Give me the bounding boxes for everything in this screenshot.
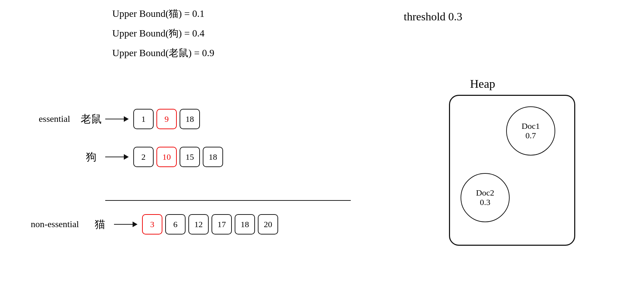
upper-bounds-section: Upper Bound(猫) = 0.1 Upper Bound(狗) = 0.… bbox=[112, 7, 214, 66]
mao-box-12: 12 bbox=[188, 214, 209, 235]
upper-bound-laoshu: Upper Bound(老鼠) = 0.9 bbox=[112, 46, 214, 60]
gou-arrow bbox=[105, 154, 133, 160]
heap-doc2: Doc2 0.3 bbox=[461, 173, 510, 222]
mao-box-17: 17 bbox=[212, 214, 232, 235]
gou-boxes: 2 10 15 18 bbox=[133, 147, 223, 167]
gou-term: 狗 bbox=[77, 150, 105, 164]
heap-doc2-name: Doc2 bbox=[476, 188, 494, 198]
laoshu-box-1: 1 bbox=[133, 109, 154, 129]
mao-term: 猫 bbox=[86, 217, 114, 232]
laoshu-boxes: 1 9 18 bbox=[133, 109, 200, 129]
mao-arrow bbox=[114, 222, 142, 227]
essential-label: essential bbox=[21, 114, 77, 124]
upper-bound-gou: Upper Bound(狗) = 0.4 bbox=[112, 27, 214, 40]
heap-section: Heap Doc1 0.7 Doc2 0.3 bbox=[449, 77, 575, 246]
heap-doc1-name: Doc1 bbox=[522, 121, 540, 131]
heap-doc2-score: 0.3 bbox=[480, 198, 490, 207]
non-essential-section: non-essential 猫 3 6 12 17 18 20 bbox=[0, 207, 386, 249]
gou-box-10: 10 bbox=[156, 147, 177, 167]
upper-bound-mao: Upper Bound(猫) = 0.1 bbox=[112, 7, 214, 20]
gou-row: 狗 2 10 15 18 bbox=[21, 147, 386, 167]
heap-doc1: Doc1 0.7 bbox=[506, 106, 555, 156]
divider-line bbox=[105, 200, 351, 201]
heap-container: Doc1 0.7 Doc2 0.3 bbox=[449, 95, 575, 246]
heap-doc1-score: 0.7 bbox=[525, 131, 536, 140]
mao-row: non-essential 猫 3 6 12 17 18 20 bbox=[21, 214, 386, 235]
gou-box-2: 2 bbox=[133, 147, 154, 167]
essential-section: essential 老鼠 1 9 18 狗 2 10 15 18 bbox=[0, 109, 386, 181]
mao-box-20: 20 bbox=[258, 214, 278, 235]
laoshu-term: 老鼠 bbox=[77, 112, 105, 126]
laoshu-box-18: 18 bbox=[180, 109, 200, 129]
gou-box-18: 18 bbox=[203, 147, 223, 167]
mao-box-6: 6 bbox=[165, 214, 186, 235]
threshold-label: threshold 0.3 bbox=[404, 10, 462, 23]
mao-box-18: 18 bbox=[235, 214, 255, 235]
heap-title: Heap bbox=[470, 77, 575, 91]
non-essential-label: non-essential bbox=[21, 219, 86, 230]
gou-box-15: 15 bbox=[180, 147, 200, 167]
laoshu-row: essential 老鼠 1 9 18 bbox=[21, 109, 386, 129]
laoshu-box-9: 9 bbox=[156, 109, 177, 129]
laoshu-arrow bbox=[105, 116, 133, 122]
mao-box-3: 3 bbox=[142, 214, 162, 235]
mao-boxes: 3 6 12 17 18 20 bbox=[142, 214, 278, 235]
